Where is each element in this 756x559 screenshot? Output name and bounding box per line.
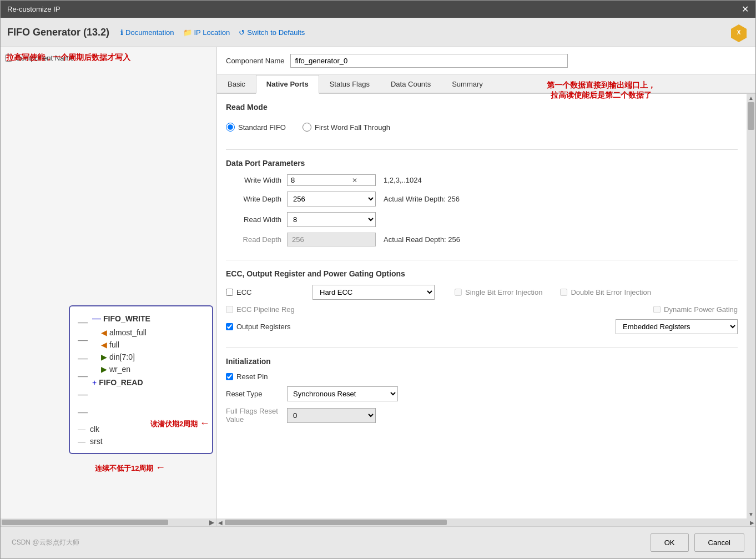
left-hscroll-thumb bbox=[2, 520, 168, 525]
tab-content: Read Mode Standard FIFO First Word Fall … bbox=[217, 94, 747, 518]
write-depth-label: Write Depth bbox=[226, 195, 281, 203]
location-link[interactable]: 📁 IP Location bbox=[183, 28, 230, 37]
xilinx-logo: X bbox=[729, 22, 749, 42]
minus-icon: — bbox=[92, 314, 101, 324]
tabs-bar: Basic Native Ports Status Flags Data Cou… bbox=[217, 75, 755, 94]
dash-srst: — bbox=[78, 437, 85, 446]
svg-text:X: X bbox=[737, 29, 741, 36]
read-depth-input bbox=[287, 233, 376, 246]
read-depth-hint: Actual Read Depth: 256 bbox=[384, 235, 460, 244]
fifo-write-group: — FIFO_WRITE bbox=[92, 312, 204, 325]
hscroll-left-btn[interactable]: ◀ bbox=[217, 520, 224, 526]
output-reg-checkbox[interactable] bbox=[226, 323, 233, 330]
data-port-title: Data Port Parameters bbox=[226, 159, 738, 168]
write-depth-select[interactable]: 256 512 1024 bbox=[288, 192, 375, 206]
bottom-bar: CSDN @云影点灯大师 OK Cancel bbox=[1, 526, 755, 558]
toolbar: FIFO Generator (13.2) ℹ Documentation 📁 … bbox=[1, 18, 755, 47]
fifo-read-label: FIFO_READ bbox=[99, 378, 143, 387]
double-bit-error-checkbox bbox=[560, 289, 567, 296]
radio-standard-fifo[interactable]: Standard FIFO bbox=[226, 123, 286, 132]
tab-summary[interactable]: Summary bbox=[441, 75, 493, 94]
full-flags-label: Full Flags Reset Value bbox=[226, 407, 281, 424]
tab-native-ports[interactable]: Native Ports bbox=[256, 75, 319, 94]
hscroll-thumb bbox=[225, 520, 447, 525]
full-flags-select-wrap[interactable]: 0 1 bbox=[287, 408, 376, 423]
ok-button[interactable]: OK bbox=[651, 533, 689, 552]
left-panel: 拉高写使能，一个周期后数据才写入 Component Name — — — — bbox=[1, 47, 217, 526]
triangle-right-2: ▶ bbox=[101, 365, 107, 374]
single-bit-error-label[interactable]: Single Bit Error Injection bbox=[455, 288, 542, 296]
scroll-up-btn[interactable]: ▲ bbox=[748, 95, 754, 101]
tab-basic[interactable]: Basic bbox=[217, 75, 256, 94]
scroll-down-btn[interactable]: ▼ bbox=[748, 511, 754, 517]
cancel-button[interactable]: Cancel bbox=[694, 533, 744, 552]
ecc-checkbox[interactable] bbox=[226, 289, 233, 296]
dynamic-power-checkbox bbox=[653, 306, 661, 313]
reset-type-select[interactable]: Synchronous Reset Asynchronous Reset bbox=[288, 387, 397, 401]
right-panel: 第一个数据直接到输出端口上，拉高读使能后是第二个数据了 Component Na… bbox=[217, 47, 755, 526]
reset-pin-checkbox[interactable] bbox=[226, 373, 233, 380]
double-bit-error-label[interactable]: Double Bit Error Injection bbox=[560, 288, 651, 296]
triangle-right-1: ▶ bbox=[101, 352, 107, 361]
read-depth-label: Read Depth bbox=[226, 235, 281, 244]
output-reg-row: Output Registers Embedded Registers Fabr… bbox=[226, 319, 738, 334]
ecc-pipeline-row: ECC Pipeline Reg Dynamic Power Gating bbox=[226, 305, 738, 314]
fifo-diagram-container: — — — — — — — FIFO_WRITE bbox=[36, 178, 212, 454]
dash-clk: — bbox=[78, 425, 85, 434]
read-width-select-wrap[interactable]: 8 16 bbox=[287, 212, 376, 227]
write-depth-select-wrap[interactable]: 256 512 1024 bbox=[287, 192, 376, 207]
folder-icon: 📁 bbox=[183, 28, 192, 37]
reset-type-row: Reset Type Synchronous Reset Asynchronou… bbox=[226, 386, 738, 401]
tab-status-flags[interactable]: Status Flags bbox=[319, 75, 380, 94]
component-name-row: Component Name bbox=[217, 47, 755, 75]
plus-icon: + bbox=[92, 378, 97, 387]
ecc-label: ECC bbox=[236, 288, 251, 296]
annotation-1: 拉高写使能，一个周期后数据才写入 bbox=[6, 53, 145, 63]
toolbar-links: ℹ Documentation 📁 IP Location ↺ Switch t… bbox=[120, 28, 305, 37]
full-flags-select[interactable]: 0 1 bbox=[288, 409, 375, 422]
close-icon[interactable]: ✕ bbox=[742, 4, 749, 14]
annotation-2: 第一个数据直接到输出端口上，拉高读使能后是第二个数据了 bbox=[547, 80, 656, 100]
reset-pin-row: Reset Pin bbox=[226, 372, 738, 381]
divider-1 bbox=[226, 149, 738, 150]
full-flags-row: Full Flags Reset Value 0 1 bbox=[226, 407, 738, 424]
read-mode-title: Read Mode bbox=[226, 103, 738, 112]
component-name-input[interactable] bbox=[290, 54, 568, 68]
defaults-link[interactable]: ↺ Switch to Defaults bbox=[239, 28, 305, 37]
ecc-checkbox-label[interactable]: ECC bbox=[226, 288, 304, 296]
write-width-input-wrap[interactable]: ✕ bbox=[287, 174, 376, 186]
write-width-input[interactable] bbox=[291, 176, 352, 184]
radio-fwft-input[interactable] bbox=[303, 123, 311, 132]
dynamic-power-label: Dynamic Power Gating bbox=[653, 305, 738, 314]
divider-3 bbox=[226, 348, 738, 348]
divider-2 bbox=[226, 260, 738, 260]
tab-data-counts[interactable]: Data Counts bbox=[380, 75, 441, 94]
read-width-select[interactable]: 8 16 bbox=[288, 213, 375, 226]
reset-pin-label[interactable]: Reset Pin bbox=[226, 372, 304, 381]
output-reg-select[interactable]: Embedded Registers Fabric Registers No R… bbox=[616, 319, 738, 334]
left-hscroll[interactable]: ▶ bbox=[1, 518, 216, 526]
read-mode-section: Read Mode Standard FIFO First Word Fall … bbox=[226, 103, 738, 136]
watermark: CSDN @云影点灯大师 bbox=[12, 538, 79, 547]
output-reg-label[interactable]: Output Registers bbox=[226, 323, 304, 331]
hscroll-right-btn[interactable]: ▶ bbox=[749, 520, 755, 526]
docs-link[interactable]: ℹ Documentation bbox=[120, 28, 174, 37]
fifo-read-group: + FIFO_READ bbox=[92, 376, 204, 389]
app-title: FIFO Generator (13.2) bbox=[7, 27, 109, 38]
right-hscroll[interactable]: ◀ ▶ bbox=[217, 518, 755, 526]
radio-standard-fifo-input[interactable] bbox=[226, 123, 235, 132]
right-scrollbar[interactable]: ▲ ▼ bbox=[747, 94, 755, 518]
write-width-clear-btn[interactable]: ✕ bbox=[352, 177, 357, 184]
info-icon: ℹ bbox=[120, 28, 123, 37]
triangle-left-1: ◀ bbox=[101, 328, 107, 337]
reset-type-select-wrap[interactable]: Synchronous Reset Asynchronous Reset bbox=[287, 386, 398, 401]
annotation-3: 读潜伏期2周期 ← bbox=[150, 417, 210, 429]
triangle-left-2: ◀ bbox=[101, 340, 107, 349]
read-mode-radio-group: Standard FIFO First Word Fall Through bbox=[226, 118, 738, 136]
title-bar: Re-customize IP ✕ bbox=[1, 1, 755, 18]
ecc-select[interactable]: Hard ECC Soft ECC bbox=[313, 285, 435, 300]
radio-fwft[interactable]: First Word Fall Through bbox=[303, 123, 390, 132]
ecc-section: ECC, Output Register and Power Gating Op… bbox=[226, 269, 738, 334]
read-width-label: Read Width bbox=[226, 215, 281, 224]
fifo-write-label: FIFO_WRITE bbox=[103, 314, 150, 323]
